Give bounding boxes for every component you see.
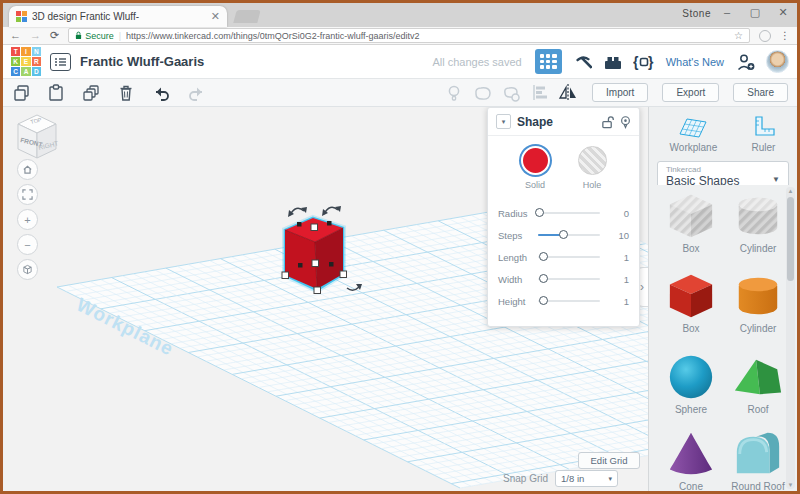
- redo-icon[interactable]: [187, 84, 207, 102]
- edit-grid-button[interactable]: Edit Grid: [578, 452, 640, 469]
- panel-collapse-button[interactable]: ▾: [496, 114, 511, 129]
- viewport-3d[interactable]: Workplane: [3, 107, 648, 491]
- back-button[interactable]: ←: [10, 30, 21, 41]
- browser-toolbar: ← → ⟳ Secure | https://www.tinkercad.com…: [3, 27, 797, 45]
- export-button[interactable]: Export: [662, 83, 719, 102]
- paste-icon[interactable]: [47, 83, 65, 103]
- slider-steps: Steps 10: [498, 224, 629, 246]
- minecraft-export-button[interactable]: [571, 51, 593, 73]
- new-tab-button[interactable]: [233, 10, 260, 23]
- lock-icon: [75, 31, 82, 40]
- delete-icon[interactable]: [117, 83, 135, 103]
- browser-tab[interactable]: 3D design Frantic Wluff- ✕: [9, 6, 227, 27]
- ruler-icon: [750, 115, 776, 139]
- hole-swatch[interactable]: [578, 146, 607, 175]
- edit-toolbar: Import Export Share: [3, 79, 797, 107]
- scrollbar-thumb[interactable]: [787, 197, 794, 281]
- list-icon: [54, 57, 67, 67]
- codeblocks-button[interactable]: {}: [633, 51, 655, 73]
- workplane-icon: [677, 115, 709, 139]
- url-text: https://www.tinkercad.com/things/0tmQOrS…: [126, 31, 729, 41]
- show-hidden-icon[interactable]: [445, 83, 463, 103]
- browser-menu-icon[interactable]: ⋮: [780, 33, 790, 38]
- window-minimize-button[interactable]: –: [721, 6, 733, 19]
- shape-round-roof[interactable]: Round Roof: [730, 429, 786, 492]
- avatar[interactable]: [766, 50, 789, 73]
- hole-option[interactable]: Hole: [578, 146, 607, 190]
- lightbulb-icon[interactable]: [620, 115, 631, 129]
- tinkercad-favicon: [16, 11, 27, 22]
- panel-title: Shape: [517, 115, 595, 129]
- brick-export-button[interactable]: [602, 51, 624, 73]
- shape-roof[interactable]: Roof: [730, 352, 786, 415]
- fit-view-button[interactable]: [17, 184, 38, 205]
- workplane-tool[interactable]: Workplane: [670, 115, 718, 153]
- save-status: All changes saved: [432, 56, 521, 68]
- add-person-icon: [736, 52, 756, 72]
- codeblock-icon: {}: [633, 52, 655, 72]
- slider-height: Height 1: [498, 290, 629, 312]
- svg-text:{: {: [633, 54, 639, 70]
- zoom-in-button[interactable]: +: [17, 209, 38, 230]
- bookmark-star-icon[interactable]: ☆: [734, 30, 743, 41]
- sidebar-scrollbar[interactable]: ▲ ▼: [786, 187, 795, 489]
- shape-cone[interactable]: Cone: [663, 429, 719, 492]
- whats-new-link[interactable]: What's New: [666, 56, 724, 68]
- design-title[interactable]: Frantic Wluff-Gaaris: [80, 54, 204, 69]
- tab-close-icon[interactable]: ✕: [211, 11, 220, 22]
- blocks-view-button[interactable]: [535, 49, 562, 74]
- copy-icon[interactable]: [12, 83, 31, 103]
- secure-badge[interactable]: Secure: [75, 31, 114, 41]
- zoom-out-button[interactable]: −: [17, 234, 38, 255]
- lock-open-icon[interactable]: [601, 115, 614, 129]
- slider-knob[interactable]: [539, 252, 548, 261]
- shape-sphere[interactable]: Sphere: [663, 352, 719, 415]
- perspective-toggle-button[interactable]: [17, 259, 38, 280]
- slider-knob[interactable]: [535, 208, 544, 217]
- align-icon[interactable]: [530, 83, 549, 102]
- tinkercad-logo[interactable]: TINKERCAD: [11, 47, 41, 77]
- slider-width: Width 1: [498, 268, 629, 290]
- ruler-tool[interactable]: Ruler: [750, 115, 776, 153]
- app-header: TINKERCAD Frantic Wluff-Gaaris All chang…: [3, 45, 797, 79]
- snap-grid-select[interactable]: 1/8 in ▾: [555, 470, 618, 487]
- extension-icon[interactable]: [759, 30, 771, 42]
- solid-option[interactable]: Solid: [521, 146, 550, 190]
- group-icon[interactable]: [472, 83, 492, 103]
- solid-swatch[interactable]: [521, 146, 550, 175]
- scroll-down-icon[interactable]: ▼: [786, 482, 795, 488]
- duplicate-icon[interactable]: [81, 83, 101, 103]
- scroll-up-icon[interactable]: ▲: [786, 188, 795, 194]
- slider-radius: Radius 0: [498, 202, 629, 224]
- ungroup-icon[interactable]: [501, 83, 521, 103]
- address-bar[interactable]: Secure | https://www.tinkercad.com/thing…: [68, 28, 750, 43]
- lego-brick-icon: [603, 53, 623, 71]
- home-icon: [22, 164, 33, 175]
- refresh-button[interactable]: ⟳: [50, 30, 59, 41]
- shapes-sidebar: Workplane Ruler Tinkercad Basic Shapes ▼: [648, 107, 797, 491]
- home-view-button[interactable]: [17, 159, 38, 180]
- fit-view-icon: [22, 189, 33, 200]
- invite-button[interactable]: [735, 51, 757, 73]
- import-button[interactable]: Import: [592, 83, 648, 102]
- slider-knob[interactable]: [539, 274, 548, 283]
- chevron-down-icon: ▼: [772, 175, 780, 184]
- slider-knob[interactable]: [559, 230, 568, 239]
- flip-icon[interactable]: [558, 83, 578, 102]
- shape-box-red[interactable]: Box: [663, 271, 719, 334]
- design-menu-button[interactable]: [50, 53, 71, 71]
- shape-cylinder-striped[interactable]: Cylinder: [730, 191, 786, 254]
- shape-box-striped[interactable]: Box: [663, 191, 719, 254]
- profile-name: Stone: [682, 8, 711, 19]
- slider-knob[interactable]: [539, 296, 548, 305]
- browser-window: 3D design Frantic Wluff- ✕ Stone – ▢ ✕ ←…: [0, 0, 800, 494]
- share-button[interactable]: Share: [733, 83, 788, 102]
- shape-cylinder-orange[interactable]: Cylinder: [730, 271, 786, 334]
- tab-strip: 3D design Frantic Wluff- ✕ Stone – ▢ ✕: [3, 3, 797, 27]
- window-maximize-button[interactable]: ▢: [749, 6, 761, 19]
- shape-inspector-panel: ▾ Shape Solid Hole: [487, 107, 640, 327]
- forward-button[interactable]: →: [30, 30, 41, 41]
- window-close-button[interactable]: ✕: [777, 6, 789, 19]
- view-cube[interactable]: TOP FRONT RIGHT: [9, 110, 65, 166]
- undo-icon[interactable]: [151, 84, 171, 102]
